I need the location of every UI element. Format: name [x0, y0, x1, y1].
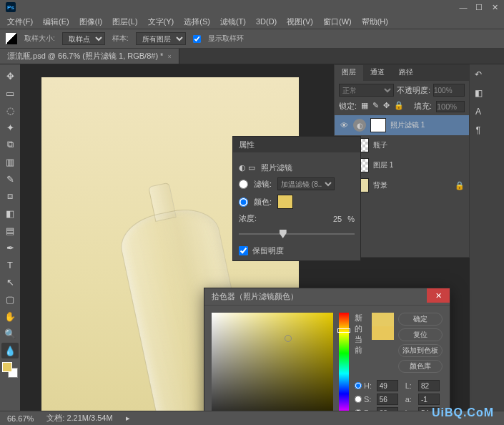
hand-tool[interactable]: ✋: [1, 308, 19, 324]
density-value: 25: [333, 215, 342, 223]
hue-cursor: [337, 328, 350, 333]
document-tab[interactable]: 漂流瓶.psd @ 66.7% (照片滤镜 1, RGB/8#) * ×: [0, 49, 179, 64]
marquee-tool[interactable]: ▭: [1, 85, 19, 101]
layer-mask-thumb[interactable]: [370, 118, 386, 132]
h-input[interactable]: [377, 380, 398, 391]
menu-type[interactable]: 文字(Y): [144, 15, 179, 29]
history-icon[interactable]: ↶: [473, 69, 484, 80]
add-swatch-button[interactable]: 添加到色板: [398, 344, 443, 357]
lock-trans-icon[interactable]: ▦: [361, 101, 368, 112]
pen-tool[interactable]: ✒: [1, 240, 19, 255]
watermark: UiBQ.CoM: [432, 406, 494, 419]
ok-button[interactable]: 确定: [398, 313, 443, 326]
visibility-icon[interactable]: 👁: [339, 121, 349, 130]
zoom-level[interactable]: 66.67%: [7, 414, 34, 423]
sample-select[interactable]: 所有图层: [136, 32, 186, 45]
maximize-icon[interactable]: ☐: [475, 4, 483, 11]
zoom-tool[interactable]: 🔍: [1, 326, 19, 341]
panel-collapse[interactable]: [487, 64, 504, 425]
status-bar: 66.67% 文档: 2.21M/3.54M ▸: [0, 411, 504, 425]
hue-slider[interactable]: [339, 313, 349, 425]
crop-tool[interactable]: ⧉: [1, 137, 19, 152]
a-input[interactable]: [418, 394, 440, 405]
menu-view[interactable]: 视图(V): [282, 15, 317, 29]
lasso-tool[interactable]: ◌: [1, 102, 19, 118]
close-tab-icon[interactable]: ×: [167, 53, 171, 60]
properties-panel: 属性 ◐ ▭ 照片滤镜 滤镜: 加温滤镜 (8... 颜色: 浓度: 25%: [232, 136, 361, 261]
doc-size[interactable]: 文档: 2.21M/3.54M: [46, 413, 112, 424]
lock-all-icon[interactable]: 🔒: [394, 101, 404, 112]
lock-icon: 🔒: [455, 181, 465, 190]
tool-bar: ✥ ▭ ◌ ✦ ⧉ ▥ ✎ ⧈ ◧ ▤ ✒ T ↖ ▢ ✋ 🔍 💧: [0, 64, 20, 425]
s-input[interactable]: [377, 394, 398, 405]
tab-channels[interactable]: 通道: [363, 65, 392, 81]
eyedropper-tool[interactable]: 💧: [1, 343, 19, 358]
brush-tool[interactable]: ✎: [1, 171, 19, 187]
color-libraries-button[interactable]: 颜色库: [398, 360, 443, 373]
adjustment-icon: ◐: [353, 119, 366, 132]
para-icon[interactable]: ¶: [473, 124, 484, 136]
dialog-close-button[interactable]: ✕: [427, 288, 450, 303]
layer-row[interactable]: 👁 ◐ 照片滤镜 1: [335, 115, 469, 135]
filter-color-swatch[interactable]: [277, 195, 293, 209]
menu-select[interactable]: 选择(S): [179, 15, 214, 29]
path-tool[interactable]: ↖: [1, 274, 19, 290]
lock-pos-icon[interactable]: ✥: [383, 101, 390, 112]
h-radio[interactable]: H:: [355, 381, 372, 390]
cancel-button[interactable]: 复位: [398, 328, 443, 341]
menu-filter[interactable]: 滤镜(T): [216, 15, 250, 29]
color-icon[interactable]: ◧: [473, 87, 484, 99]
eraser-tool[interactable]: ◧: [1, 205, 19, 221]
title-bar: Ps — ☐ ✕: [0, 0, 504, 14]
opacity-input[interactable]: [433, 84, 465, 97]
tab-paths[interactable]: 路径: [392, 65, 420, 81]
shape-tool[interactable]: ▢: [1, 291, 19, 307]
chevron-right-icon[interactable]: ▸: [126, 414, 130, 423]
menu-layer[interactable]: 图层(L): [108, 15, 142, 29]
layer-name[interactable]: 图层 1: [373, 160, 393, 170]
s-radio[interactable]: S:: [355, 395, 372, 404]
lock-label: 锁定:: [339, 101, 357, 112]
color-radio[interactable]: [239, 197, 248, 207]
eyedropper-icon[interactable]: [6, 33, 17, 44]
filter-radio[interactable]: [239, 180, 248, 189]
close-icon[interactable]: ✕: [491, 4, 498, 11]
l-input[interactable]: [418, 380, 440, 391]
saturation-value-field[interactable]: [212, 313, 333, 425]
menu-image[interactable]: 图像(I): [75, 15, 107, 29]
preserve-luminosity-checkbox[interactable]: [239, 246, 248, 255]
blend-mode-select[interactable]: 正常: [339, 84, 394, 97]
frame-tool[interactable]: ▥: [1, 154, 19, 170]
layer-name[interactable]: 照片滤镜 1: [390, 120, 425, 130]
right-dock: ↶ ◧ A ¶: [470, 64, 487, 425]
wand-tool[interactable]: ✦: [1, 119, 19, 135]
sample-size-select[interactable]: 取样点: [62, 32, 105, 45]
gradient-tool[interactable]: ▤: [1, 223, 19, 238]
type-tool[interactable]: T: [1, 257, 19, 273]
menu-3d[interactable]: 3D(D): [252, 16, 281, 27]
filter-select[interactable]: 加温滤镜 (8...: [277, 177, 335, 190]
minimize-icon[interactable]: —: [460, 4, 467, 11]
color-compare: [372, 313, 394, 340]
fill-label: 填充:: [414, 101, 432, 112]
current-color-swatch[interactable]: [372, 326, 394, 340]
stamp-tool[interactable]: ⧈: [1, 188, 19, 204]
tab-layers[interactable]: 图层: [335, 65, 363, 81]
lock-paint-icon[interactable]: ✎: [372, 101, 379, 112]
a-label: a:: [405, 395, 414, 404]
char-icon[interactable]: A: [473, 106, 484, 117]
sample-label: 样本:: [112, 34, 129, 44]
density-slider[interactable]: [239, 228, 355, 240]
menu-window[interactable]: 窗口(W): [319, 15, 356, 29]
adjustment-name: 照片滤镜: [261, 162, 292, 173]
layer-name[interactable]: 背景: [373, 180, 387, 190]
fill-input[interactable]: [436, 101, 465, 112]
foreground-color[interactable]: [2, 362, 12, 372]
menu-file[interactable]: 文件(F): [3, 15, 37, 29]
color-swatches[interactable]: [2, 362, 18, 378]
move-tool[interactable]: ✥: [1, 68, 19, 84]
menu-help[interactable]: 帮助(H): [357, 15, 392, 29]
menu-edit[interactable]: 编辑(E): [39, 15, 74, 29]
layer-name[interactable]: 瓶子: [373, 140, 387, 150]
show-ring-checkbox[interactable]: [193, 35, 201, 43]
